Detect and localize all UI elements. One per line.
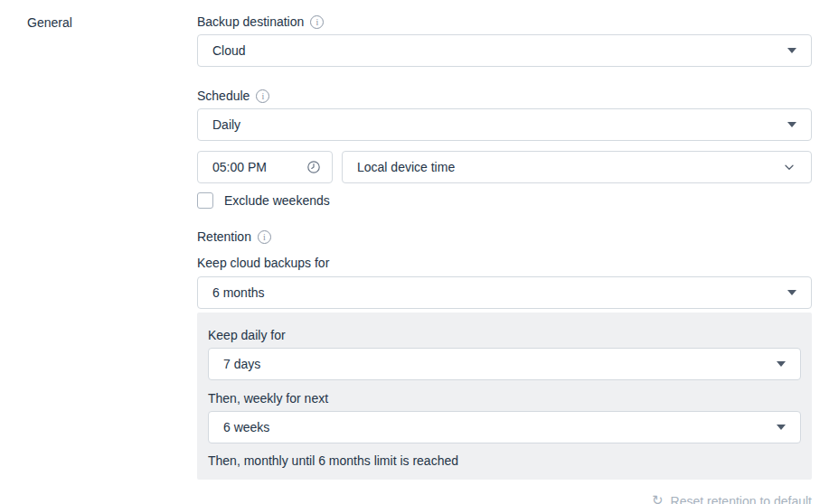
schedule-time-row: Local device time (197, 151, 812, 183)
keep-cloud-backups-value: 6 months (212, 285, 265, 300)
keep-cloud-backups-select[interactable]: 6 months (197, 276, 812, 309)
timezone-select[interactable]: Local device time (342, 151, 812, 183)
section-column: General (27, 14, 197, 504)
schedule-label: Schedule (197, 89, 250, 103)
keep-daily-select[interactable]: 7 days (208, 348, 801, 380)
then-weekly-select[interactable]: 6 weeks (208, 411, 801, 443)
info-icon[interactable]: i (258, 230, 271, 244)
backup-destination-label-row: Backup destination i (197, 14, 812, 29)
reset-icon: ↻ (652, 494, 664, 504)
keep-daily-label: Keep daily for (208, 328, 801, 341)
backup-destination-value: Cloud (212, 43, 246, 58)
section-label-general: General (27, 15, 72, 30)
exclude-weekends-checkbox[interactable] (197, 192, 213, 209)
backup-destination-label: Backup destination (197, 14, 304, 29)
caret-down-icon (787, 290, 796, 295)
caret-down-icon (777, 425, 786, 430)
caret-down-icon (787, 122, 796, 127)
keep-daily-value: 7 days (223, 357, 260, 371)
reset-retention-button[interactable]: ↻ Reset retention to default (197, 494, 812, 504)
caret-down-icon (787, 48, 796, 53)
start-time-field[interactable] (197, 151, 333, 183)
retention-label: Retention (197, 229, 251, 244)
schedule-value: Daily (212, 117, 240, 132)
schedule-select[interactable]: Daily (197, 108, 812, 141)
exclude-weekends-label: Exclude weekends (224, 193, 330, 208)
exclude-weekends-row[interactable]: Exclude weekends (197, 192, 812, 209)
chevron-down-icon (782, 160, 796, 174)
then-weekly-value: 6 weeks (223, 420, 269, 434)
info-icon[interactable]: i (256, 89, 269, 103)
monthly-retention-note: Then, monthly until 6 months limit is re… (208, 454, 801, 469)
reset-retention-label: Reset retention to default (671, 494, 812, 504)
clock-icon (306, 160, 321, 174)
start-time-input[interactable] (212, 160, 306, 174)
settings-page: General Backup destination i Cloud Sched… (0, 0, 829, 504)
schedule-label-row: Schedule i (197, 89, 812, 103)
backup-destination-select[interactable]: Cloud (197, 34, 812, 67)
retention-detail-panel: Keep daily for 7 days Then, weekly for n… (197, 313, 812, 480)
then-weekly-label: Then, weekly for next (208, 391, 801, 405)
timezone-value: Local device time (357, 160, 455, 174)
keep-cloud-backups-label: Keep cloud backups for (197, 256, 812, 270)
caret-down-icon (777, 361, 786, 367)
info-icon[interactable]: i (310, 15, 324, 29)
retention-label-row: Retention i (197, 229, 812, 244)
backup-settings-form: Backup destination i Cloud Schedule i Da… (197, 14, 812, 504)
